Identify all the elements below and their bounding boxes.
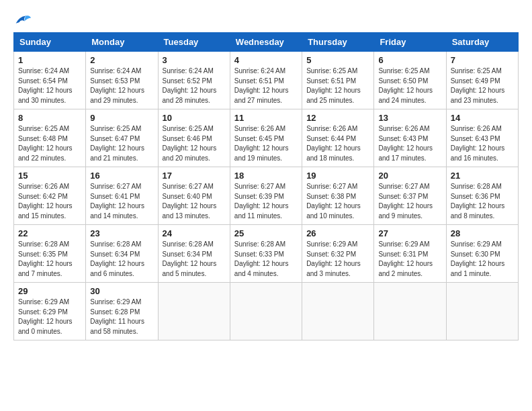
- day-info: Sunrise: 6:26 AMSunset: 6:42 PMDaylight:…: [18, 182, 81, 221]
- calendar-day-cell: 24 Sunrise: 6:28 AMSunset: 6:34 PMDaylig…: [158, 225, 230, 283]
- day-number: 26: [306, 228, 369, 238]
- calendar-day-cell: 17 Sunrise: 6:27 AMSunset: 6:40 PMDaylig…: [158, 167, 230, 225]
- day-number: 12: [306, 113, 369, 123]
- weekday-header: Sunday: [14, 33, 86, 52]
- day-number: 24: [163, 228, 226, 238]
- day-number: 25: [234, 228, 298, 238]
- day-number: 9: [90, 113, 153, 123]
- calendar-day-cell: 1 Sunrise: 6:24 AMSunset: 6:54 PMDayligh…: [14, 52, 86, 109]
- calendar-week-row: 22 Sunrise: 6:28 AMSunset: 6:35 PMDaylig…: [14, 225, 519, 283]
- day-number: 1: [18, 55, 81, 65]
- calendar-day-cell: [230, 283, 302, 340]
- day-info: Sunrise: 6:29 AMSunset: 6:31 PMDaylight:…: [378, 240, 441, 279]
- weekday-header: Saturday: [446, 33, 518, 52]
- calendar-day-cell: 11 Sunrise: 6:26 AMSunset: 6:45 PMDaylig…: [230, 109, 302, 167]
- weekday-header: Wednesday: [230, 33, 302, 52]
- calendar-table: SundayMondayTuesdayWednesdayThursdayFrid…: [13, 32, 519, 340]
- day-info: Sunrise: 6:25 AMSunset: 6:47 PMDaylight:…: [90, 124, 153, 163]
- day-info: Sunrise: 6:27 AMSunset: 6:41 PMDaylight:…: [90, 182, 153, 221]
- calendar-day-cell: 23 Sunrise: 6:28 AMSunset: 6:34 PMDaylig…: [86, 225, 158, 283]
- calendar-day-cell: 27 Sunrise: 6:29 AMSunset: 6:31 PMDaylig…: [374, 225, 446, 283]
- calendar-day-cell: 12 Sunrise: 6:26 AMSunset: 6:44 PMDaylig…: [302, 109, 374, 167]
- calendar-day-cell: 14 Sunrise: 6:26 AMSunset: 6:43 PMDaylig…: [446, 109, 518, 167]
- day-info: Sunrise: 6:28 AMSunset: 6:34 PMDaylight:…: [163, 240, 226, 279]
- calendar-day-cell: [302, 283, 374, 340]
- day-info: Sunrise: 6:26 AMSunset: 6:43 PMDaylight:…: [451, 124, 514, 163]
- calendar-day-cell: 6 Sunrise: 6:25 AMSunset: 6:50 PMDayligh…: [374, 52, 446, 109]
- day-number: 22: [18, 228, 81, 238]
- day-number: 11: [234, 113, 298, 123]
- calendar-week-row: 29 Sunrise: 6:29 AMSunset: 6:29 PMDaylig…: [14, 283, 519, 340]
- day-info: Sunrise: 6:29 AMSunset: 6:32 PMDaylight:…: [306, 240, 369, 279]
- calendar-day-cell: [446, 283, 518, 340]
- calendar-week-row: 15 Sunrise: 6:26 AMSunset: 6:42 PMDaylig…: [14, 167, 519, 225]
- calendar-day-cell: 5 Sunrise: 6:25 AMSunset: 6:51 PMDayligh…: [302, 52, 374, 109]
- calendar-day-cell: 16 Sunrise: 6:27 AMSunset: 6:41 PMDaylig…: [86, 167, 158, 225]
- day-number: 23: [90, 228, 153, 238]
- day-info: Sunrise: 6:27 AMSunset: 6:39 PMDaylight:…: [234, 182, 298, 221]
- calendar-day-cell: 8 Sunrise: 6:25 AMSunset: 6:48 PMDayligh…: [14, 109, 86, 167]
- day-number: 19: [306, 171, 369, 181]
- day-info: Sunrise: 6:29 AMSunset: 6:30 PMDaylight:…: [451, 240, 514, 279]
- day-number: 10: [163, 113, 226, 123]
- calendar-day-cell: 13 Sunrise: 6:26 AMSunset: 6:43 PMDaylig…: [374, 109, 446, 167]
- weekday-header: Thursday: [302, 33, 374, 52]
- day-number: 17: [163, 171, 226, 181]
- calendar-day-cell: [374, 283, 446, 340]
- calendar-day-cell: 26 Sunrise: 6:29 AMSunset: 6:32 PMDaylig…: [302, 225, 374, 283]
- day-info: Sunrise: 6:25 AMSunset: 6:50 PMDaylight:…: [378, 66, 441, 105]
- logo: [13, 13, 31, 27]
- day-number: 13: [378, 113, 441, 123]
- day-number: 18: [234, 171, 298, 181]
- day-number: 20: [378, 171, 441, 181]
- calendar-day-cell: 2 Sunrise: 6:24 AMSunset: 6:53 PMDayligh…: [86, 52, 158, 109]
- calendar-day-cell: 4 Sunrise: 6:24 AMSunset: 6:51 PMDayligh…: [230, 52, 302, 109]
- day-number: 3: [163, 55, 226, 65]
- calendar-day-cell: 10 Sunrise: 6:25 AMSunset: 6:46 PMDaylig…: [158, 109, 230, 167]
- day-number: 30: [90, 286, 153, 296]
- day-number: 16: [90, 171, 153, 181]
- day-info: Sunrise: 6:25 AMSunset: 6:51 PMDaylight:…: [306, 66, 369, 105]
- day-info: Sunrise: 6:27 AMSunset: 6:37 PMDaylight:…: [378, 182, 441, 221]
- day-info: Sunrise: 6:26 AMSunset: 6:45 PMDaylight:…: [234, 124, 298, 163]
- day-info: Sunrise: 6:28 AMSunset: 6:35 PMDaylight:…: [18, 240, 81, 279]
- weekday-header: Monday: [86, 33, 158, 52]
- day-info: Sunrise: 6:29 AMSunset: 6:28 PMDaylight:…: [90, 298, 153, 336]
- logo-bird-icon: [15, 13, 31, 27]
- calendar-day-cell: 30 Sunrise: 6:29 AMSunset: 6:28 PMDaylig…: [86, 283, 158, 340]
- day-number: 14: [451, 113, 514, 123]
- calendar-day-cell: 3 Sunrise: 6:24 AMSunset: 6:52 PMDayligh…: [158, 52, 230, 109]
- day-info: Sunrise: 6:24 AMSunset: 6:51 PMDaylight:…: [234, 66, 298, 105]
- day-number: 6: [378, 55, 441, 65]
- calendar-day-cell: 28 Sunrise: 6:29 AMSunset: 6:30 PMDaylig…: [446, 225, 518, 283]
- day-number: 4: [234, 55, 298, 65]
- calendar-day-cell: 29 Sunrise: 6:29 AMSunset: 6:29 PMDaylig…: [14, 283, 86, 340]
- day-number: 21: [451, 171, 514, 181]
- day-info: Sunrise: 6:25 AMSunset: 6:46 PMDaylight:…: [163, 124, 226, 163]
- day-info: Sunrise: 6:24 AMSunset: 6:53 PMDaylight:…: [90, 66, 153, 105]
- weekday-header: Tuesday: [158, 33, 230, 52]
- day-info: Sunrise: 6:24 AMSunset: 6:52 PMDaylight:…: [163, 66, 226, 105]
- day-info: Sunrise: 6:28 AMSunset: 6:34 PMDaylight:…: [90, 240, 153, 279]
- calendar-day-cell: 9 Sunrise: 6:25 AMSunset: 6:47 PMDayligh…: [86, 109, 158, 167]
- day-number: 27: [378, 228, 441, 238]
- calendar-day-cell: 7 Sunrise: 6:25 AMSunset: 6:49 PMDayligh…: [446, 52, 518, 109]
- calendar-day-cell: 20 Sunrise: 6:27 AMSunset: 6:37 PMDaylig…: [374, 167, 446, 225]
- day-number: 5: [306, 55, 369, 65]
- day-info: Sunrise: 6:28 AMSunset: 6:36 PMDaylight:…: [451, 182, 514, 221]
- day-info: Sunrise: 6:29 AMSunset: 6:29 PMDaylight:…: [18, 298, 81, 336]
- calendar-header-row: SundayMondayTuesdayWednesdayThursdayFrid…: [14, 33, 519, 52]
- calendar-week-row: 8 Sunrise: 6:25 AMSunset: 6:48 PMDayligh…: [14, 109, 519, 167]
- day-number: 2: [90, 55, 153, 65]
- calendar-day-cell: 22 Sunrise: 6:28 AMSunset: 6:35 PMDaylig…: [14, 225, 86, 283]
- day-info: Sunrise: 6:27 AMSunset: 6:40 PMDaylight:…: [163, 182, 226, 221]
- day-info: Sunrise: 6:27 AMSunset: 6:38 PMDaylight:…: [306, 182, 369, 221]
- calendar-day-cell: 15 Sunrise: 6:26 AMSunset: 6:42 PMDaylig…: [14, 167, 86, 225]
- day-number: 8: [18, 113, 81, 123]
- calendar-day-cell: 18 Sunrise: 6:27 AMSunset: 6:39 PMDaylig…: [230, 167, 302, 225]
- calendar-day-cell: [158, 283, 230, 340]
- calendar-day-cell: 25 Sunrise: 6:28 AMSunset: 6:33 PMDaylig…: [230, 225, 302, 283]
- page-header: [13, 13, 519, 27]
- day-number: 28: [451, 228, 514, 238]
- day-info: Sunrise: 6:25 AMSunset: 6:49 PMDaylight:…: [451, 66, 514, 105]
